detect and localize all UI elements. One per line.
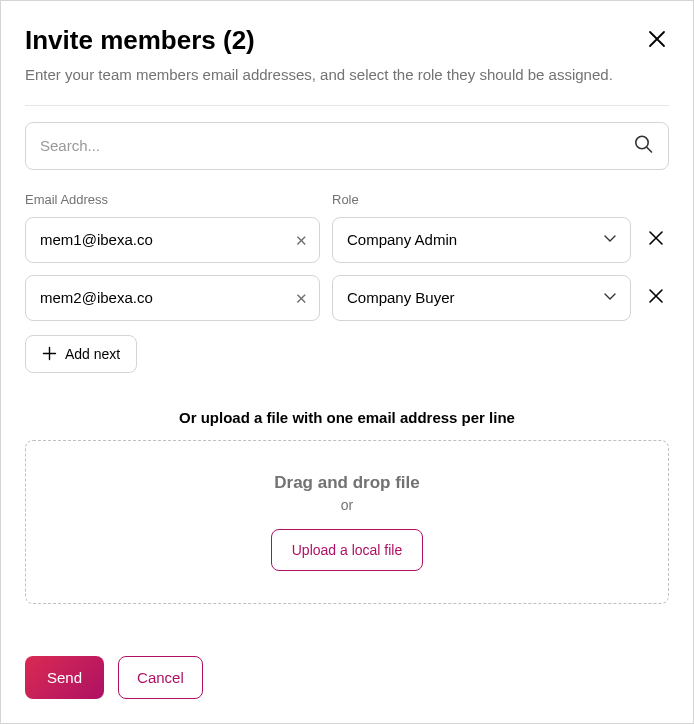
role-value: Company Admin [347,231,457,248]
upload-local-file-button[interactable]: Upload a local file [271,529,424,571]
member-row: ✕ Company Buyer [25,275,669,321]
dialog-title: Invite members (2) [25,25,255,56]
search-input[interactable] [25,122,669,170]
remove-row-button[interactable] [643,225,669,255]
email-field[interactable] [25,217,320,263]
role-select[interactable]: Company Buyer [332,275,631,321]
role-column-label: Role [332,192,669,207]
divider [25,105,669,106]
close-button[interactable] [645,27,669,55]
cancel-button[interactable]: Cancel [118,656,203,699]
send-button[interactable]: Send [25,656,104,699]
dropzone-or: or [46,497,648,513]
member-row: ✕ Company Admin [25,217,669,263]
dialog-subtitle: Enter your team members email addresses,… [25,64,669,87]
close-icon [647,229,665,247]
upload-heading: Or upload a file with one email address … [25,409,669,426]
email-column-label: Email Address [25,192,320,207]
email-field[interactable] [25,275,320,321]
svg-point-0 [636,136,648,148]
clear-icon[interactable]: ✕ [295,290,308,305]
remove-row-button[interactable] [643,283,669,313]
clear-icon[interactable]: ✕ [295,232,308,247]
close-icon [647,287,665,305]
close-icon [647,29,667,49]
add-next-label: Add next [65,346,120,362]
plus-icon [42,346,57,361]
dropzone-title: Drag and drop file [46,473,648,493]
file-dropzone[interactable]: Drag and drop file or Upload a local fil… [25,440,669,604]
add-next-button[interactable]: Add next [25,335,137,373]
role-select[interactable]: Company Admin [332,217,631,263]
search-icon[interactable] [634,134,653,157]
role-value: Company Buyer [347,289,455,306]
